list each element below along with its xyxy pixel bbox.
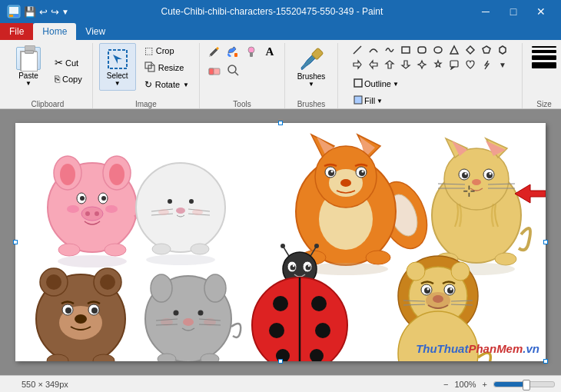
color-picker-button[interactable] <box>243 43 260 60</box>
svg-point-48 <box>85 211 90 216</box>
tab-view[interactable]: View <box>76 23 115 40</box>
svg-rect-35 <box>354 96 362 104</box>
arrow-down-shape[interactable] <box>398 58 413 71</box>
crop-icon: ⬚ <box>144 45 153 56</box>
clipboard-group: Paste ▼ ✂ Cut ⎘ Copy Clipboard <box>3 43 93 108</box>
zoom-thumb[interactable] <box>523 380 530 390</box>
rounded-rect-shape[interactable] <box>414 43 430 57</box>
svg-point-144 <box>293 265 294 267</box>
arrow-right-shape[interactable] <box>350 58 365 71</box>
freeform-shape[interactable] <box>382 43 397 57</box>
ellipse-shape[interactable] <box>430 43 446 57</box>
select-button[interactable]: Select ▼ <box>99 43 136 91</box>
size-line-1[interactable] <box>532 46 556 48</box>
svg-point-45 <box>67 205 79 213</box>
svg-point-125 <box>174 311 179 316</box>
paste-dropdown-icon[interactable]: ▼ <box>25 80 32 87</box>
fill-button[interactable]: Fill ▼ <box>350 93 403 108</box>
more-shapes[interactable]: ▼ <box>495 58 510 71</box>
star4-shape[interactable] <box>414 58 430 71</box>
clipboard-label: Clipboard <box>31 100 64 108</box>
svg-point-40 <box>109 164 124 185</box>
rect-shape[interactable] <box>398 43 413 57</box>
redo-quick-btn[interactable]: ↪ <box>51 6 59 18</box>
crop-button[interactable]: ⬚ Crop <box>141 43 193 58</box>
resize-handle-top[interactable] <box>278 121 283 125</box>
svg-point-55 <box>189 199 194 204</box>
curve-shape[interactable] <box>366 43 381 57</box>
zoom-slider[interactable] <box>493 381 555 387</box>
svg-text:⊹: ⊹ <box>463 182 476 199</box>
save-quick-btn[interactable]: 💾 <box>24 6 36 18</box>
fill-bucket-button[interactable] <box>224 43 241 60</box>
lightning-shape[interactable] <box>479 58 494 71</box>
maximize-button[interactable]: □ <box>500 0 527 23</box>
arrow-left-shape[interactable] <box>366 58 381 71</box>
resize-handle-left[interactable] <box>13 240 18 244</box>
pencil-button[interactable] <box>206 43 223 60</box>
svg-point-78 <box>331 171 334 173</box>
svg-point-51 <box>105 244 126 256</box>
tab-home[interactable]: Home <box>33 23 76 40</box>
tab-file[interactable]: File <box>0 23 33 40</box>
svg-point-134 <box>158 354 176 361</box>
resize-handle-bottom[interactable] <box>278 359 283 364</box>
heart-shape[interactable] <box>463 58 478 71</box>
rotate-button[interactable]: ↻ Rotate ▼ <box>141 77 193 92</box>
svg-marker-20 <box>450 46 458 54</box>
svg-point-117 <box>91 307 98 314</box>
pentagon-shape[interactable] <box>479 43 494 57</box>
svg-point-54 <box>168 199 172 204</box>
size-line-2[interactable] <box>532 50 556 53</box>
size-lines <box>529 43 559 71</box>
undo-quick-btn[interactable]: ↩ <box>39 6 48 18</box>
resize-label: Resize <box>158 63 184 72</box>
svg-point-61 <box>158 209 169 215</box>
size-line-4[interactable] <box>532 62 556 68</box>
svg-point-94 <box>465 173 467 175</box>
arrow-up-shape[interactable] <box>382 58 397 71</box>
resize-handle-br[interactable] <box>543 359 548 364</box>
size-line-3[interactable] <box>532 55 556 60</box>
svg-point-44 <box>101 196 106 201</box>
svg-marker-22 <box>483 46 490 53</box>
cut-button[interactable]: ✂ Cut <box>51 55 86 71</box>
copy-button[interactable]: ⎘ Copy <box>51 71 86 87</box>
svg-point-62 <box>192 209 203 215</box>
outline-button[interactable]: Outline ▼ <box>350 76 403 91</box>
rotate-dropdown-icon: ▼ <box>183 81 189 88</box>
zoom-out-btn[interactable]: − <box>443 380 448 389</box>
triangle-shape[interactable] <box>446 43 462 57</box>
resize-handle-right[interactable] <box>543 240 548 244</box>
brushes-button[interactable]: Brushes ▼ <box>291 43 331 91</box>
svg-point-50 <box>58 244 80 256</box>
select-dropdown-icon: ▼ <box>115 80 121 87</box>
eraser-button[interactable] <box>206 61 223 78</box>
hexagon-shape[interactable] <box>495 43 510 57</box>
app-icon <box>6 4 22 19</box>
select-icon <box>105 47 130 71</box>
line-shape[interactable] <box>350 43 365 57</box>
svg-point-39 <box>60 164 75 185</box>
size-group: Size <box>523 43 561 108</box>
minimize-button[interactable]: ─ <box>472 0 500 23</box>
text-button[interactable]: A <box>261 43 278 60</box>
zoom-in-btn[interactable]: + <box>483 380 487 389</box>
svg-point-140 <box>314 244 319 248</box>
star5-shape[interactable] <box>430 58 446 71</box>
rotate-icon: ↻ <box>144 79 152 90</box>
paint-canvas[interactable]: ⊹ <box>15 123 546 361</box>
paste-button[interactable]: Paste ▼ <box>9 43 48 91</box>
svg-point-42 <box>80 196 85 201</box>
callout-shape[interactable] <box>446 58 462 71</box>
svg-marker-31 <box>451 67 454 69</box>
close-button[interactable]: ✕ <box>527 0 555 23</box>
svg-point-150 <box>273 296 288 311</box>
brushes-label: Brushes <box>297 72 326 81</box>
dropdown-quick-btn[interactable]: ▼ <box>61 8 69 16</box>
resize-button[interactable]: Resize <box>141 60 193 75</box>
diamond-shape[interactable] <box>463 43 478 57</box>
svg-point-82 <box>340 179 351 187</box>
svg-point-138 <box>280 244 285 248</box>
magnify-button[interactable] <box>224 61 241 78</box>
